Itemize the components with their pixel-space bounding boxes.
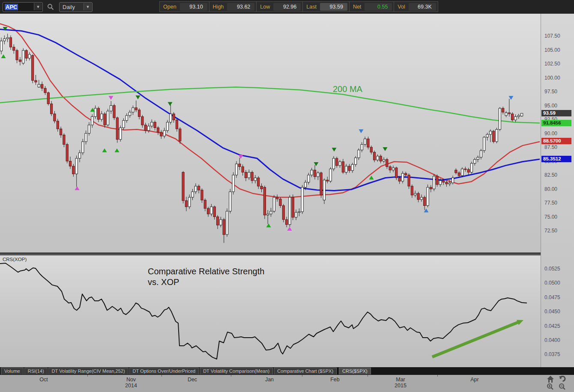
candle [292, 195, 294, 220]
candle [411, 184, 413, 198]
ma-200-line [0, 87, 540, 123]
tab-dt-volatility-comparison-mean[interactable]: DT Volatility Comparison(Mean) [200, 368, 273, 374]
signal-marker-down [239, 155, 243, 159]
crs-tick: 0.0375 [544, 351, 560, 357]
candle [260, 184, 263, 193]
period-select[interactable]: Daily ▼ [59, 2, 93, 12]
candle [176, 118, 178, 131]
price-tick: 100.00 [544, 75, 560, 81]
candle [6, 34, 9, 42]
quote-value: 93.10 [180, 3, 207, 11]
candle [470, 162, 472, 174]
candle [157, 126, 159, 135]
candle [389, 165, 391, 173]
candle [270, 208, 272, 217]
candle [377, 154, 379, 162]
zoom-in-icon[interactable] [547, 383, 554, 391]
quote-label: Net [350, 4, 365, 10]
candle [44, 86, 46, 95]
home-icon[interactable] [547, 375, 554, 383]
symbol-input[interactable]: APC ▼ [3, 2, 43, 12]
candle [499, 107, 501, 131]
tab-comparative-chart-spx[interactable]: Comparative Chart ($SPX) [274, 368, 337, 374]
candle [345, 164, 347, 175]
candle [480, 149, 482, 160]
candle [430, 185, 432, 192]
quote-field-high: High93.62 [209, 1, 257, 12]
candle [216, 215, 218, 229]
crs-tick: 0.0500 [544, 280, 560, 286]
zoom-out-icon[interactable] [559, 383, 566, 391]
price-tick: 107.50 [544, 33, 560, 39]
candle [455, 168, 457, 174]
time-axis[interactable]: OctNovDecJanFebMarApr20142015 [0, 375, 574, 392]
candle [57, 119, 59, 132]
ma100-price-tag: 85.3512 [541, 156, 571, 162]
crs-annotation-line2: vs. XOP [148, 277, 264, 288]
month-label-apr: Apr [470, 377, 478, 383]
pane-splitter[interactable] [0, 252, 541, 255]
price-chart-pane[interactable] [0, 14, 541, 252]
month-label-feb: Feb [330, 377, 340, 383]
candle [486, 133, 488, 140]
crs-chart-pane[interactable] [0, 255, 541, 367]
candle [339, 160, 341, 168]
candle [38, 80, 40, 88]
candle [477, 156, 479, 163]
trading-app: { "toolbar": { "symbol": "APC", "period"… [0, 0, 574, 392]
period-dropdown-icon[interactable]: ▼ [84, 3, 92, 10]
candle [151, 119, 153, 128]
signal-marker-down [383, 147, 388, 151]
tab-rsi-14[interactable]: RSI(14) [24, 368, 48, 374]
signal-marker-down [314, 162, 319, 166]
tab-dt-options-over-underpriced[interactable]: DT Options Over/UnderPriced [129, 368, 199, 374]
price-axis[interactable]: 107.50105.00102.50100.0097.5095.0092.509… [541, 14, 574, 375]
candle [276, 195, 278, 202]
candle [358, 148, 360, 160]
candle [395, 167, 398, 180]
candle [355, 156, 357, 167]
candle [16, 49, 18, 63]
candle [383, 157, 385, 163]
candle [182, 171, 184, 203]
candlestick-chart [0, 14, 541, 252]
signal-marker-up [369, 176, 374, 180]
candle [464, 167, 466, 172]
candle [41, 82, 43, 91]
candle [445, 181, 448, 187]
quote-label: Last [303, 4, 320, 10]
month-tick [87, 375, 88, 377]
month-label-oct: Oct [39, 377, 48, 383]
symbol-dropdown-icon[interactable]: ▼ [34, 3, 42, 10]
quote-field-vol: Vol69.3K [394, 1, 438, 12]
tab-crs-spx[interactable]: CRS($SPX) [339, 368, 371, 374]
candle [257, 176, 260, 189]
reset-view-icon[interactable] [559, 375, 566, 383]
crs-line-chart [0, 255, 541, 367]
candle [132, 106, 134, 115]
candle [97, 107, 99, 122]
search-button[interactable] [45, 2, 56, 12]
quote-field-net: Net0.55 [349, 1, 394, 12]
candle [505, 111, 507, 117]
candle [194, 184, 197, 194]
candle [185, 197, 187, 211]
signal-marker-down [136, 95, 141, 99]
candle [320, 172, 322, 198]
candle [508, 99, 510, 117]
tab-volume[interactable]: Volume [1, 368, 24, 374]
candle [286, 217, 288, 228]
candle [191, 189, 194, 200]
signal-marker-up [287, 227, 292, 231]
candle [386, 158, 388, 169]
candle [239, 158, 241, 170]
candle [129, 110, 131, 118]
month-tick [302, 375, 302, 377]
tab-dt-volatility-range-civ-mean-252[interactable]: DT Volatility Range(CIV Mean,252) [48, 368, 129, 374]
candle [60, 127, 62, 138]
candle [342, 159, 344, 174]
candle [298, 208, 300, 216]
quote-bar: Open93.10High93.62Low92.96Last93.59Net0.… [159, 1, 438, 12]
candle [474, 158, 476, 166]
price-tick: 72.50 [544, 228, 557, 234]
